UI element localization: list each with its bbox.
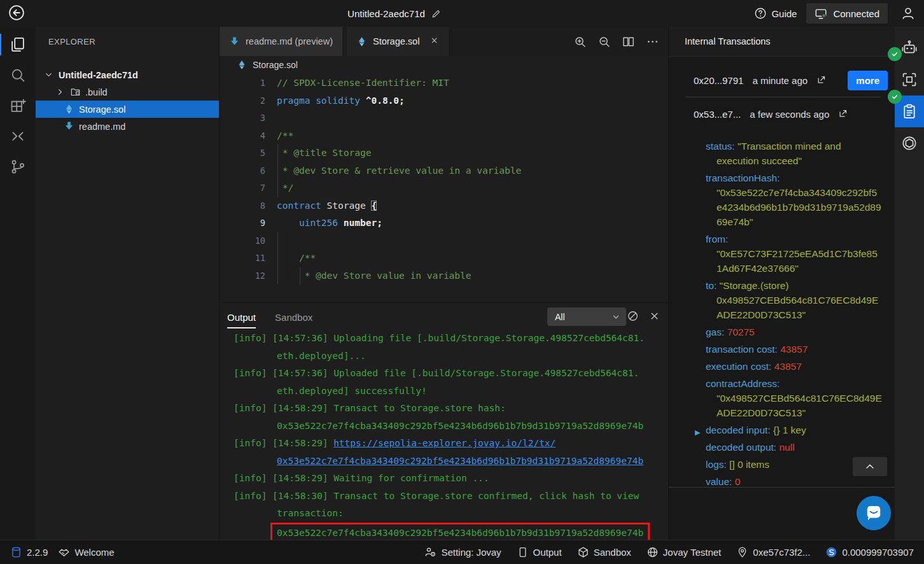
tx-detail-key: logs: [706, 459, 727, 470]
question-icon [754, 7, 767, 20]
more-button[interactable]: more [848, 71, 888, 90]
close-icon[interactable] [648, 310, 661, 322]
status-item-label: 2.2.9 [27, 547, 48, 558]
output-tab-sandbox[interactable]: Sandbox [275, 312, 312, 330]
output-actions [627, 310, 661, 322]
code-line: 8contract Storage { [220, 197, 668, 215]
tree-item-readme-md[interactable]: readme.md [36, 118, 219, 135]
tx-detail-row: contractAddress: "0x498527CEBd564c81C76E… [706, 376, 882, 420]
panel-item-openai-icon[interactable] [895, 127, 924, 159]
status-item-label: Sandbox [594, 547, 631, 558]
status-item-output[interactable]: Output [517, 546, 562, 558]
right-icon-bar [895, 27, 924, 540]
code-line: 5 * @title Storage [220, 145, 668, 162]
breadcrumb-label: Storage.sol [253, 60, 298, 70]
status-item-setting-jovay[interactable]: Setting: Jovay [424, 546, 501, 558]
log-filter-select[interactable]: All [547, 307, 626, 326]
expand-arrow-icon[interactable]: ▶ [695, 425, 700, 440]
openai-icon [901, 135, 918, 152]
code-line: 2pragma solidity ^0.8.0; [220, 92, 668, 110]
code-line: 7 */ [220, 180, 668, 197]
breadcrumb: Storage.sol [220, 56, 668, 74]
close-icon [430, 36, 439, 45]
explorer-sidebar: EXPLORER Untitled-2aedc71d.buildStorage.… [36, 27, 220, 540]
code-line: 3 [220, 109, 668, 127]
tx-detail-key: contractAddress: [706, 378, 780, 389]
tab-readme-md-preview[interactable]: readme.md (preview) [220, 27, 342, 56]
activity-item-new-workspace-icon[interactable] [0, 90, 36, 121]
transaction-row[interactable]: 0x20...9791a minute agomore [669, 66, 895, 95]
line-number: 7 [220, 180, 265, 197]
success-check-badge [888, 90, 902, 104]
status-item-0-000999703907[interactable]: 0.000999703907 [825, 546, 914, 558]
output-tabs: OutputSandbox [227, 312, 312, 330]
log-area[interactable]: [info] [14:57:36] Uploading file [.build… [234, 330, 663, 540]
clear-output-icon[interactable] [627, 310, 639, 322]
tx-hash: 0x20...9791 [694, 75, 743, 86]
tx-detail-key: to: [706, 280, 717, 291]
transaction-row[interactable]: 0x53...e7...a few seconds ago [669, 99, 895, 129]
log-line: [info] [14:58:29] Transact to Storage.st… [234, 400, 663, 418]
internal-transactions-panel: Internal Transactions 0x20...9791a minut… [668, 27, 895, 540]
more-icon[interactable] [646, 35, 659, 48]
user-gear-icon [424, 546, 437, 558]
row-divider [685, 97, 881, 97]
activity-item-git-branch-icon[interactable] [0, 152, 36, 182]
output-panel-icon [517, 546, 529, 558]
line-number: 10 [220, 232, 265, 250]
connected-label: Connected [833, 8, 879, 19]
output-tab-output[interactable]: Output [227, 312, 256, 330]
external-link-icon [816, 74, 827, 85]
zoom-in-icon[interactable] [573, 35, 587, 48]
log-line: [info] [14:58:29] Waiting for confirmati… [234, 470, 663, 488]
zoom-out-icon[interactable] [598, 35, 611, 48]
connected-button[interactable]: Connected [806, 3, 888, 24]
code-line: 1// SPDX-License-Identifier: MIT [220, 74, 668, 92]
status-item-label: 0xe57c73f2... [753, 547, 810, 558]
activity-item-collapse-icon[interactable] [0, 121, 36, 152]
activity-item-search-icon[interactable] [0, 60, 36, 90]
transaction-details: status: "Transaction mined and execution… [706, 139, 882, 491]
tx-detail-row: gas: 70275 [706, 325, 882, 339]
avatar-button[interactable] [897, 3, 919, 24]
back-button[interactable] [6, 3, 27, 24]
chevron-down-icon [611, 312, 621, 322]
sandbox-icon [577, 546, 589, 558]
status-item-sandbox[interactable]: Sandbox [577, 546, 631, 558]
search-icon [10, 67, 26, 83]
log-line: 0x53e522c7e7f4cba343409c292bf5e4234b6d96… [234, 418, 663, 435]
file-tree: Untitled-2aedc71d.buildStorage.solreadme… [36, 56, 219, 135]
split-editor-icon[interactable] [622, 35, 635, 48]
log-line: [info] [14:58:30] Transact to Storage.st… [234, 488, 663, 505]
tree-item-label: Storage.sol [79, 104, 125, 115]
chat-button[interactable] [857, 496, 891, 530]
back-icon [8, 4, 25, 21]
status-bar: 2.2.9Welcome Setting: JovayOutputSandbox… [0, 540, 924, 564]
log-line: [info] [14:58:29] https://sepolia-explor… [234, 435, 663, 453]
activity-item-files-icon[interactable] [0, 29, 36, 60]
status-item-welcome[interactable]: Welcome [58, 546, 114, 558]
line-number: 5 [220, 145, 265, 162]
status-item-jovay-testnet[interactable]: Jovay Testnet [647, 546, 721, 558]
status-item-0xe57c73f2[interactable]: 0xe57c73f2... [736, 546, 810, 558]
tab-storage-sol[interactable]: Storage.sol [347, 27, 449, 56]
line-number: 4 [220, 127, 265, 145]
title-bar: Untitled-2aedc71d Guide Connected [0, 0, 924, 27]
status-item-2-2-9[interactable]: 2.2.9 [10, 546, 48, 558]
tx-detail-row: execution cost: 43857 [706, 359, 882, 374]
code-editor[interactable]: 1// SPDX-License-Identifier: MIT2pragma … [220, 74, 668, 285]
tx-detail-row: to: "Storage.(store) 0x498527CEBd564c81C… [706, 278, 882, 322]
tree-item-untitled-2aedc71d[interactable]: Untitled-2aedc71d [36, 66, 219, 83]
tree-item-build[interactable]: .build [36, 83, 219, 101]
log-filter-value: All [555, 312, 565, 322]
chat-bubble-icon [864, 504, 883, 523]
highlighted-tx-hash[interactable]: 0x53e522c7e7f4cba343409c292bf5e4234b6d96… [270, 523, 650, 540]
collapse-details-button[interactable] [853, 457, 887, 476]
tx-detail-key: transactionHash: [706, 173, 780, 183]
pencil-icon[interactable] [431, 8, 442, 19]
guide-button[interactable]: Guide [754, 7, 797, 20]
log-link[interactable]: 0x53e522c7e7f4cba343409c292bf5e4234b6d96… [277, 456, 643, 466]
tree-item-storage-sol[interactable]: Storage.sol [36, 101, 219, 118]
code-line: 10 [220, 232, 668, 250]
log-link[interactable]: https://sepolia-explorer.jovay.io/l2/tx/ [333, 438, 556, 448]
